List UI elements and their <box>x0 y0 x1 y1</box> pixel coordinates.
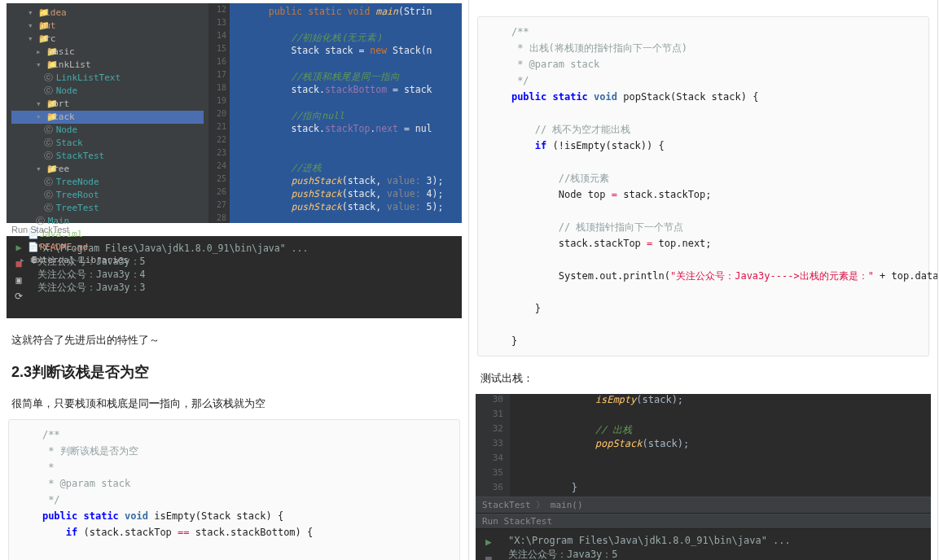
breadcrumb: StackTest 〉 main() <box>476 497 931 514</box>
ide-top: ▾ 📁 .idea▾ 📁 out▾ 📁 src▸ 📁 basic▾ 📁 Link… <box>7 3 462 223</box>
tree-item[interactable]: ▾ 📁 tree <box>11 163 204 176</box>
stop-icon[interactable]: ■ <box>15 258 21 269</box>
tree-item[interactable]: ⓒ Stack <box>11 137 204 150</box>
left-column: ▾ 📁 .idea▾ 📁 out▾ 📁 src▸ 📁 basic▾ 📁 Link… <box>0 0 469 560</box>
tree-item[interactable]: ⓒ TreeTest <box>11 202 204 215</box>
tree-item[interactable]: ▾ 📁 stack <box>11 111 204 124</box>
run-icon[interactable]: ▶ <box>15 242 21 253</box>
editor-code: public static void main(Strin //初始化栈(无元素… <box>230 3 462 223</box>
tool-icon[interactable]: ▣ <box>15 274 21 286</box>
editor-code: isEmpty(stack); // 出栈 popStack(stack); } <box>510 394 689 497</box>
paragraph-note-1: 这就符合了先进后出的特性了～ <box>11 333 457 348</box>
ide-bottom: 30313233343536 isEmpty(stack); // 出栈 pop… <box>476 394 931 560</box>
tool-icon[interactable]: ⟳ <box>15 291 23 302</box>
run-gutter: ▶ ■ ⟳ ⬓ ↗ <box>476 529 502 560</box>
project-tree[interactable]: ▾ 📁 .idea▾ 📁 out▾ 📁 src▸ 📁 basic▾ 📁 Link… <box>7 3 208 223</box>
code-block-popstack: /** * 出栈(将栈顶的指针指向下一个节点) * @param stack *… <box>477 16 929 357</box>
stop-icon[interactable]: ■ <box>485 553 492 560</box>
tree-item[interactable]: ⓒ Node <box>11 85 204 98</box>
editor-gutter: 12131415161718192021222324252627282930 <box>208 3 230 223</box>
editor-gutter: 30313233343536 <box>476 394 510 497</box>
tree-item[interactable]: ▾ 📁 out <box>11 20 204 33</box>
tree-item[interactable]: ⓒ StackTest <box>11 150 204 163</box>
run-header: Run StackTest <box>476 514 931 529</box>
tree-item[interactable]: ⓒ Node <box>11 124 204 137</box>
paragraph-note-2: 很简单，只要栈顶和栈底是同一指向，那么该栈就为空 <box>11 396 457 411</box>
tree-item[interactable]: ▾ 📁 LinkList <box>11 59 204 72</box>
tree-item[interactable]: ▾ 📁 sort <box>11 98 204 111</box>
paragraph-test-out: 测试出栈： <box>480 371 926 386</box>
tree-item[interactable]: ⓒ TreeRoot <box>11 189 204 202</box>
tree-item[interactable]: ⓒ TreeNode <box>11 176 204 189</box>
editor: 12131415161718192021222324252627282930 p… <box>208 3 462 223</box>
run-gutter: ▶ ■ ▣ ⟳ <box>7 237 31 318</box>
tree-item[interactable]: ▾ 📁 src <box>11 33 204 46</box>
tree-item[interactable]: ⓒ LinkListText <box>11 72 204 85</box>
tree-item[interactable]: ▾ 📁 .idea <box>11 7 204 20</box>
tree-item[interactable]: ▸ 📁 basic <box>11 46 204 59</box>
right-column: /** * 出栈(将栈顶的指针指向下一个节点) * @param stack *… <box>469 0 938 560</box>
run-output: "X:\Program Files\Java\jdk1.8.0_91\bin\j… <box>502 529 931 560</box>
run-output: "X:\Program Files\Java\jdk1.8.0_91\bin\j… <box>31 237 314 318</box>
run-icon[interactable]: ▶ <box>485 536 492 548</box>
heading-2-3: 2.3判断该栈是否为空 <box>11 362 457 382</box>
run-panel: Run StackTest ▶ ■ ▣ ⟳ "X:\Program Files\… <box>7 223 462 318</box>
code-block-isempty: /** * 判断该栈是否为空 * * @param stack */ publi… <box>8 419 460 560</box>
